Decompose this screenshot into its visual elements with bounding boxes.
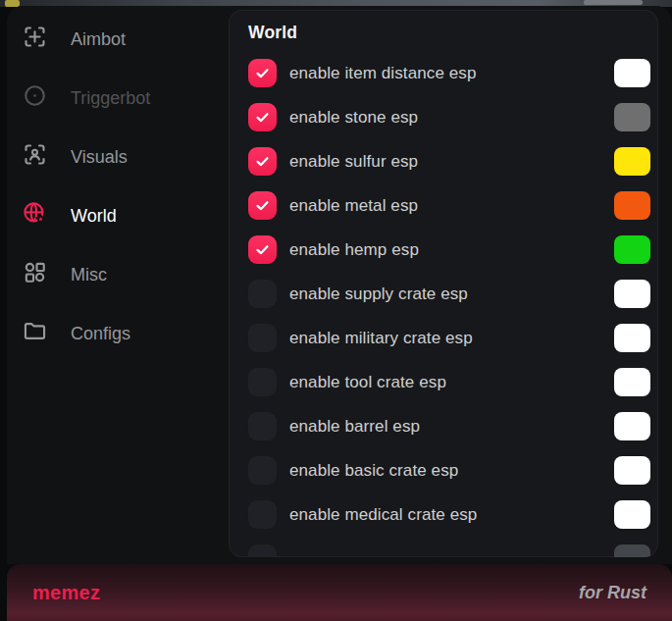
sidebar-item-world[interactable]: World [7, 186, 229, 245]
cheat-menu-window: Aimbot Triggerbot Visuals World Misc Con… [7, 6, 672, 564]
footer-tagline: for Rust [579, 583, 646, 603]
sidebar-item-configs[interactable]: Configs [7, 304, 229, 363]
screen: Aimbot Triggerbot Visuals World Misc Con… [0, 0, 672, 621]
footer-bar: memez for Rust [7, 564, 672, 621]
swatch-enable-military-crate-esp[interactable] [614, 324, 650, 352]
checkbox-enable-item-distance-esp[interactable] [248, 59, 277, 87]
sidebar-item-aimbot[interactable]: Aimbot [7, 10, 229, 69]
sidebar-item-visuals[interactable]: Visuals [7, 128, 229, 186]
option-row-enable-tool-crate-esp: enable tool crate esp [229, 360, 658, 404]
checkbox-enable-tool-crate-esp[interactable] [248, 368, 277, 396]
option-label: enable hemp esp [289, 240, 614, 260]
option-label: enable item distance esp [289, 64, 614, 83]
option-label: enable barrel esp [289, 417, 614, 437]
checkbox-enable-military-crate-esp[interactable] [248, 324, 277, 352]
option-row-enable-sulfur-esp: enable sulfur esp [229, 139, 658, 183]
swatch-enable-metal-esp[interactable] [614, 191, 650, 220]
option-label: enable stone esp [289, 108, 614, 128]
option-label: enable sulfur esp [289, 152, 614, 172]
option-label: enable supply crate esp [289, 285, 614, 304]
option-row-enable-stone-esp: enable stone esp [229, 95, 658, 139]
brand-name: memez [32, 582, 100, 604]
check-icon [254, 153, 271, 170]
option-row-enable-military-crate-esp: enable military crate esp [229, 316, 658, 360]
check-icon [254, 241, 271, 258]
checkbox-enable-basic-crate-esp[interactable] [248, 456, 277, 485]
options-list: enable item distance esp enable stone es… [229, 51, 658, 557]
checkbox-enable-hemp-esp[interactable] [248, 235, 277, 264]
option-label: enable medical crate esp [289, 505, 614, 525]
option-label: enable metal esp [289, 196, 614, 216]
person-scan-icon [22, 141, 48, 168]
option-row-enable-hemp-esp: enable hemp esp [229, 228, 658, 272]
swatch-enable-barrel-esp[interactable] [614, 412, 650, 440]
option-row-enable-item-distance-esp: enable item distance esp [229, 51, 658, 95]
swatch-enable-sulfur-esp[interactable] [614, 147, 650, 176]
checkbox-enable-barrel-esp[interactable] [248, 412, 277, 440]
option-row-enable-basic-crate-esp: enable basic crate esp [229, 448, 658, 492]
circle-dot-icon [22, 82, 48, 109]
sidebar-item-triggerbot[interactable]: Triggerbot [7, 69, 229, 128]
swatch-enable-stone-esp[interactable] [614, 103, 650, 131]
check-icon [254, 109, 271, 126]
swatch-enable-hemp-esp[interactable] [614, 235, 650, 264]
world-panel: World enable item distance esp enable st… [229, 10, 658, 557]
swatch-enable-tool-crate-esp[interactable] [614, 368, 650, 396]
swatch-enable-basic-crate-esp[interactable] [614, 456, 650, 485]
checkbox-enable-stone-esp[interactable] [248, 103, 277, 131]
swatch-enable-medical-crate-esp[interactable] [614, 500, 650, 529]
swatch-enable-item-distance-esp[interactable] [614, 59, 650, 87]
checkbox-enable-sulfur-esp[interactable] [248, 147, 277, 176]
shapes-grid-icon [22, 259, 48, 285]
check-icon [254, 65, 271, 81]
checkbox-enable-supply-crate-esp[interactable] [248, 280, 277, 308]
folder-icon [22, 318, 48, 344]
sidebar: Aimbot Triggerbot Visuals World Misc Con… [7, 6, 229, 363]
checkbox-enable-metal-esp[interactable] [248, 191, 277, 220]
check-icon [254, 197, 271, 214]
game-ui-fragment [584, 0, 643, 5]
panel-title: World [248, 23, 297, 43]
option-label: enable tool crate esp [289, 373, 614, 392]
option-row-enable-metal-esp: enable metal esp [229, 183, 658, 228]
swatch-enable-supply-crate-esp[interactable] [614, 280, 650, 308]
option-label: enable basic crate esp [289, 461, 614, 481]
globe-star-icon [22, 200, 48, 227]
option-label: enable military crate esp [289, 329, 614, 348]
swatch-clipped-row[interactable] [614, 544, 650, 557]
sidebar-item-misc[interactable]: Misc [7, 245, 229, 304]
crosshair-scan-icon [22, 24, 48, 50]
option-row-enable-supply-crate-esp: enable supply crate esp [229, 272, 658, 316]
option-row-clipped-row [229, 537, 658, 557]
checkbox-clipped-row[interactable] [248, 544, 277, 557]
option-row-enable-medical-crate-esp: enable medical crate esp [229, 492, 658, 537]
option-row-enable-barrel-esp: enable barrel esp [229, 404, 658, 448]
checkbox-enable-medical-crate-esp[interactable] [248, 500, 277, 529]
